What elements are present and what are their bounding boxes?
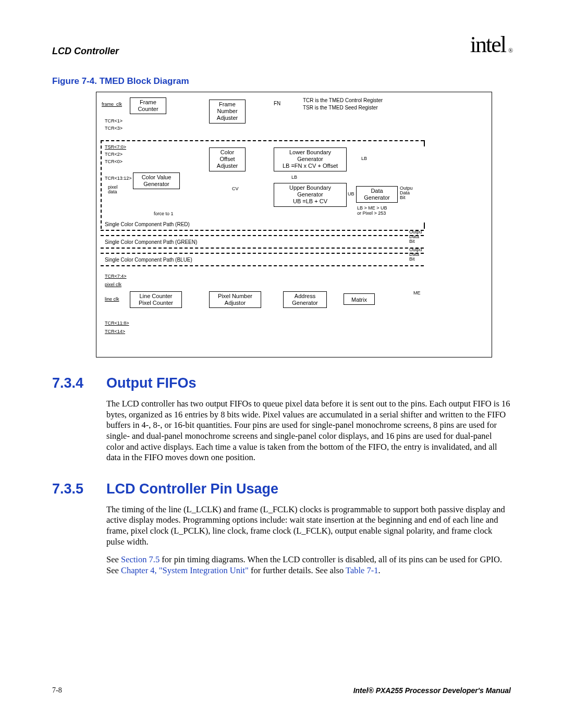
text-frame-number-adjuster: Frame Number Adjuster bbox=[217, 101, 238, 121]
label-tcr3: TCR<3> bbox=[105, 126, 123, 131]
section-number-2: 7.3.5 bbox=[52, 481, 96, 497]
label-tcr1312: TCR<13:12> bbox=[105, 176, 132, 181]
label-lb-out: LB bbox=[361, 156, 367, 161]
page-header-left: LCD Controller bbox=[52, 31, 119, 57]
text-pixel-number-adjustor: Pixel Number Adjustor bbox=[218, 293, 252, 306]
block-pixel-number-adjustor: Pixel Number Adjustor bbox=[209, 291, 261, 308]
label-lb-in: LB bbox=[291, 175, 297, 180]
p2-text-d: . bbox=[378, 565, 381, 575]
label-tcr1: TCR<1> bbox=[105, 118, 123, 124]
text-color-value-generator: Color Value Generator bbox=[142, 174, 172, 187]
label-tcr-note2: TSR is the TMED Seed Register bbox=[303, 105, 378, 110]
section-1-paragraph: The LCD controller has two output FIFOs … bbox=[106, 399, 511, 463]
label-output-data-bit-3: Outpu Data Bit bbox=[409, 248, 422, 262]
label-force-to-1: force to 1 bbox=[154, 211, 174, 216]
link-chapter-4[interactable]: Chapter 4, "System Integration Unit" bbox=[121, 565, 249, 575]
block-line-pixel-counter: Line Counter Pixel Counter bbox=[130, 291, 182, 308]
intel-logo: intel® bbox=[470, 31, 511, 58]
block-lower-boundary-generator: Lower Boundary Generator LB =FN x CV + O… bbox=[274, 147, 347, 171]
label-cv: CV bbox=[232, 186, 239, 191]
label-fn: FN bbox=[274, 101, 280, 106]
label-tcr14: TCR<14> bbox=[105, 329, 125, 334]
label-tcr118: TCR<11:8> bbox=[105, 320, 129, 326]
label-tcr74: TCR<7:4> bbox=[105, 274, 127, 279]
block-frame-counter: Frame Counter bbox=[130, 97, 166, 114]
text-data-generator: Data Generator bbox=[364, 188, 390, 201]
block-data-generator: Data Generator bbox=[356, 186, 398, 203]
p2-text-a: See bbox=[106, 554, 121, 564]
label-output-data-bit-2: Outpu Data Bit bbox=[409, 230, 422, 244]
label-output-data-bit-1: Outpu Data Bit bbox=[400, 186, 413, 200]
label-tcr-note1: TCR is the TMED Control Register bbox=[303, 97, 383, 103]
block-address-generator: Address Generator bbox=[283, 291, 327, 308]
page-number: 7-8 bbox=[52, 686, 62, 695]
block-color-offset-adjuster: Color Offset Adjuster bbox=[209, 147, 246, 171]
section-2-paragraph-2: See Section 7.5 for pin timing diagrams.… bbox=[106, 554, 511, 576]
label-red-path: Single Color Component Path (RED) bbox=[105, 221, 190, 227]
p2-text-c: for further details. See also bbox=[249, 565, 346, 575]
label-line-clk: line clk bbox=[105, 297, 119, 302]
intel-logo-text: intel bbox=[470, 32, 506, 57]
block-frame-number-adjuster: Frame Number Adjuster bbox=[209, 100, 246, 124]
label-frame-clk: frame_clk bbox=[102, 102, 122, 107]
section-title-1: Output FIFOs bbox=[106, 375, 196, 391]
text-lower-boundary: Lower Boundary Generator LB =FN x CV + O… bbox=[283, 149, 338, 169]
block-upper-boundary-generator: Upper Boundary Generator UB =LB + CV bbox=[274, 183, 347, 207]
label-tcr0: TCR<0> bbox=[105, 159, 123, 164]
label-blue-path: Single Color Component Path (BLUE) bbox=[105, 257, 192, 263]
link-section-7-5[interactable]: Section 7.5 bbox=[121, 554, 160, 564]
label-pixel-clk: pixel clk bbox=[105, 282, 121, 287]
label-ub: UB bbox=[348, 191, 354, 196]
text-upper-boundary: Upper Boundary Generator UB =LB + CV bbox=[289, 184, 331, 204]
text-line-pixel-counter: Line Counter Pixel Counter bbox=[139, 293, 173, 306]
text-matrix: Matrix bbox=[351, 297, 367, 303]
label-green-path: Single Color Component Path (GREEN) bbox=[105, 239, 197, 245]
label-tsr70: TSR<7:0> bbox=[105, 144, 126, 150]
text-frame-counter: Frame Counter bbox=[138, 99, 158, 112]
link-table-7-1[interactable]: Table 7-1 bbox=[346, 565, 378, 575]
text-color-offset-adjuster: Color Offset Adjuster bbox=[217, 149, 238, 169]
figure-caption: Figure 7-4. TMED Block Diagram bbox=[52, 76, 511, 87]
section-number-1: 7.3.4 bbox=[52, 375, 96, 391]
tmed-block-diagram: frame_clk Frame Counter Frame Number Adj… bbox=[96, 92, 492, 357]
block-matrix: Matrix bbox=[344, 293, 375, 305]
text-address-generator: Address Generator bbox=[292, 293, 318, 306]
manual-title-footer: Intel® PXA255 Processor Developer's Manu… bbox=[353, 686, 511, 695]
label-lb-me-ub: LB > ME > UB or Pixel > 253 bbox=[357, 206, 387, 216]
registered-mark: ® bbox=[508, 47, 512, 55]
section-title-2: LCD Controller Pin Usage bbox=[106, 481, 278, 497]
label-pixel-data: pixel data bbox=[108, 185, 118, 194]
section-2-paragraph-1: The timing of the line (L_LCLK) and fram… bbox=[106, 504, 511, 548]
label-me: ME bbox=[413, 290, 421, 295]
label-tcr2: TCR<2> bbox=[105, 152, 123, 157]
block-color-value-generator: Color Value Generator bbox=[133, 172, 180, 189]
